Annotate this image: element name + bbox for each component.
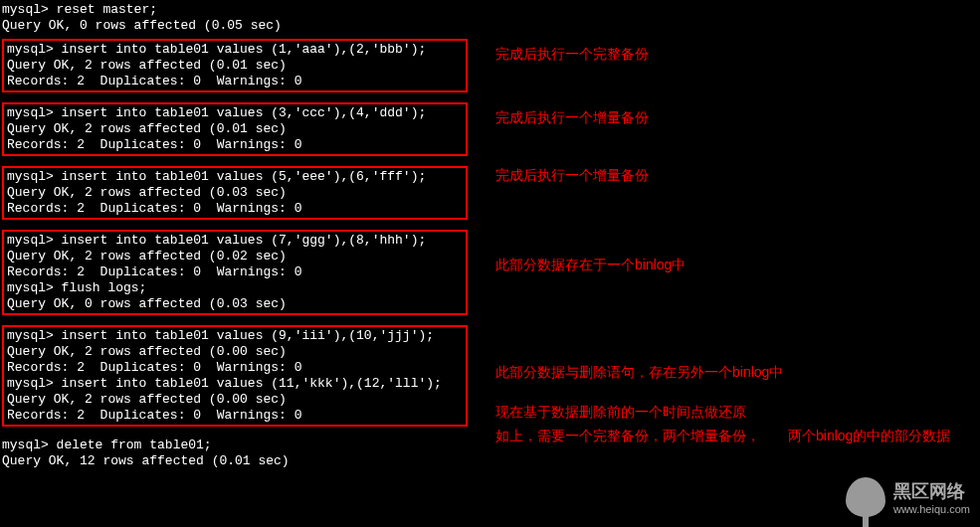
highlight-box-1: mysql> insert into table01 values (1,'aa… [2,39,468,92]
annotation-1: 完成后执行一个完整备份 [495,46,649,64]
terminal-line: Query OK, 2 rows affected (0.01 sec) [7,58,463,74]
highlight-box-3: mysql> insert into table01 values (5,'ee… [2,166,468,220]
terminal-line: mysql> insert into table01 values (9,'ii… [7,328,463,344]
watermark-title: 黑区网络 [893,479,970,503]
terminal-line: Records: 2 Duplicates: 0 Warnings: 0 [7,360,463,376]
terminal-line: mysql> insert into table01 values (7,'gg… [7,233,463,249]
terminal-line: Query OK, 2 rows affected (0.03 sec) [7,185,463,201]
terminal-line: mysql> reset master; [2,2,978,18]
annotation-7b: 两个binlog的中的部分数据 [788,428,950,445]
terminal-line: Query OK, 2 rows affected (0.02 sec) [7,249,463,264]
terminal-line: Query OK, 2 rows affected (0.01 sec) [7,121,463,137]
highlight-box-4: mysql> insert into table01 values (7,'gg… [2,230,468,315]
annotation-7a: 如上，需要一个完整备份，两个增量备份， [495,428,760,445]
terminal-line: mysql> flush logs; [7,280,463,296]
terminal-line: Query OK, 2 rows affected (0.00 sec) [7,344,463,360]
watermark-url: www.heiqu.com [893,503,970,515]
annotation-6: 现在基于数据删除前的一个时间点做还原 [495,404,746,422]
terminal-line: Records: 2 Duplicates: 0 Warnings: 0 [7,74,463,89]
terminal-line: Query OK, 0 rows affected (0.05 sec) [2,18,978,34]
terminal-line: Query OK, 0 rows affected (0.03 sec) [7,296,463,312]
terminal-line: Records: 2 Duplicates: 0 Warnings: 0 [7,137,463,153]
terminal-line: mysql> insert into table01 values (11,'k… [7,376,463,392]
terminal-line: Records: 2 Duplicates: 0 Warnings: 0 [7,201,463,217]
highlight-box-5: mysql> insert into table01 values (9,'ii… [2,325,468,427]
annotation-5: 此部分数据与删除语句，存在另外一个binlog中 [495,364,783,382]
terminal-line: Query OK, 2 rows affected (0.00 sec) [7,392,463,408]
annotation-2: 完成后执行一个增量备份 [495,109,649,127]
terminal-line: Records: 2 Duplicates: 0 Warnings: 0 [7,264,463,280]
terminal-line: Query OK, 12 rows affected (0.01 sec) [2,453,978,469]
terminal-line: Records: 2 Duplicates: 0 Warnings: 0 [7,408,463,424]
highlight-box-2: mysql> insert into table01 values (3,'cc… [2,102,468,156]
terminal-line: mysql> insert into table01 values (1,'aa… [7,42,463,58]
terminal-line: mysql> insert into table01 values (5,'ee… [7,169,463,185]
watermark: 黑区网络 www.heiqu.com [846,477,970,517]
annotation-3: 完成后执行一个增量备份 [495,167,649,185]
terminal-line: mysql> insert into table01 values (3,'cc… [7,105,463,121]
mushroom-icon [846,477,885,517]
annotation-4: 此部分数据存在于一个binlog中 [495,257,686,274]
